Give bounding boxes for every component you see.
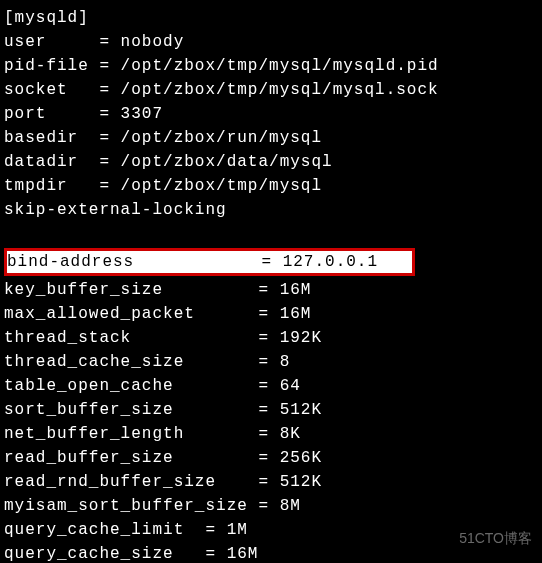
watermark-text: 51CTO博客: [459, 528, 532, 549]
config-line-highlight: bind-address = 127.0.0.1: [7, 253, 410, 271]
config-line: skip-external-locking: [4, 198, 538, 222]
config-line: key_buffer_size = 16M: [4, 278, 538, 302]
config-line: table_open_cache = 64: [4, 374, 538, 398]
config-line: pid-file = /opt/zbox/tmp/mysql/mysqld.pi…: [4, 54, 538, 78]
config-line: user = nobody: [4, 30, 538, 54]
config-line: query_cache_limit = 1M: [4, 518, 538, 542]
config-line: port = 3307: [4, 102, 538, 126]
config-line: socket = /opt/zbox/tmp/mysql/mysql.sock: [4, 78, 538, 102]
config-line: net_buffer_length = 8K: [4, 422, 538, 446]
config-line: myisam_sort_buffer_size = 8M: [4, 494, 538, 518]
config-line: basedir = /opt/zbox/run/mysql: [4, 126, 538, 150]
config-line: sort_buffer_size = 512K: [4, 398, 538, 422]
config-line: read_rnd_buffer_size = 512K: [4, 470, 538, 494]
config-line: read_buffer_size = 256K: [4, 446, 538, 470]
config-line: datadir = /opt/zbox/data/mysql: [4, 150, 538, 174]
config-line: query_cache_size = 16M: [4, 542, 538, 563]
highlighted-bind-address: bind-address = 127.0.0.1: [4, 248, 415, 276]
config-line: thread_cache_size = 8: [4, 350, 538, 374]
section-header: [mysqld]: [4, 6, 538, 30]
config-line: max_allowed_packet = 16M: [4, 302, 538, 326]
config-line: thread_stack = 192K: [4, 326, 538, 350]
config-line: tmpdir = /opt/zbox/tmp/mysql: [4, 174, 538, 198]
blank-line: [4, 222, 538, 246]
